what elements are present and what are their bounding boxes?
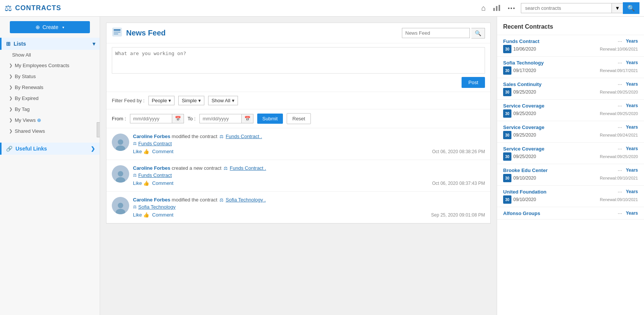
logo-area: ⚖ CONTRACTS — [5, 3, 480, 13]
from-date-input[interactable] — [130, 114, 172, 123]
rc-right: ··· Years — [616, 103, 638, 109]
sidebar-item-by-expired[interactable]: ❯ By Expired — [0, 93, 100, 104]
news-feed-search-input[interactable] — [402, 28, 470, 38]
recent-contracts-title: Recent Contracts — [497, 20, 644, 35]
like-label: Like — [133, 212, 142, 218]
feed-contract-main-link[interactable]: Funds Contract . — [230, 165, 266, 171]
like-button[interactable]: Like 👍 — [133, 212, 149, 218]
to-calendar-button[interactable]: 📅 — [241, 114, 253, 123]
sidebar-item-my-views[interactable]: ❯ My Views ⊕ — [0, 115, 100, 126]
submit-filter-button[interactable]: Submit — [257, 114, 283, 124]
home-button[interactable]: ⌂ — [480, 2, 487, 14]
svg-point-11 — [118, 203, 123, 208]
rc-more-button[interactable]: ··· — [618, 189, 622, 195]
feed-contract-main-link[interactable]: Funds Contract . — [226, 134, 262, 139]
rc-name[interactable]: United Foundation — [503, 189, 547, 195]
rc-more-button[interactable]: ··· — [618, 167, 622, 173]
rc-name[interactable]: Sales Continuity — [503, 81, 542, 87]
rc-date: 09/25/2020 — [513, 132, 536, 138]
comment-button[interactable]: Comment — [152, 180, 173, 186]
search-area: ▼ 🔍 — [521, 2, 639, 14]
rc-right: ··· Years — [616, 124, 638, 130]
feed-item: Caroline Forbes modified the contract ⚖ … — [107, 192, 490, 223]
feed-user-name[interactable]: Caroline Forbes — [133, 197, 170, 203]
rc-date-row: 30 09/17/2020 Renewal:09/17/2021 — [503, 66, 638, 75]
rc-calendar-icon: 30 — [503, 195, 511, 204]
app-title: CONTRACTS — [15, 4, 61, 12]
to-date-input[interactable] — [200, 114, 241, 123]
feed-contract-sub-link[interactable]: Sofia Technology — [138, 204, 176, 210]
news-feed-search-button[interactable]: 🔍 — [471, 28, 485, 38]
add-view-icon[interactable]: ⊕ — [37, 117, 41, 123]
feed-contract-sub-link[interactable]: Funds Contract — [138, 141, 172, 146]
rc-header: Alfonso Groups ··· Years — [503, 210, 638, 216]
rc-more-button[interactable]: ··· — [618, 210, 622, 216]
show-all-item[interactable]: Show All — [0, 50, 100, 60]
rc-more-button[interactable]: ··· — [618, 146, 622, 152]
contract-sub-icon: ⚖ — [133, 141, 137, 146]
sidebar-collapse-button[interactable]: ‹ — [97, 122, 100, 137]
rc-more-button[interactable]: ··· — [618, 103, 622, 109]
simple-filter-dropdown[interactable]: Simple ▾ — [178, 96, 204, 105]
post-textarea[interactable] — [112, 47, 485, 74]
feed-action-buttons: Like 👍 Comment — [133, 212, 173, 218]
post-button[interactable]: Post — [462, 77, 485, 88]
rc-date-row: 30 09/10/2020 Renewal:09/10/2021 — [503, 195, 638, 204]
sidebar-item-label: My Employees Contracts — [15, 63, 69, 68]
arrow-icon: ❯ — [9, 118, 12, 123]
rc-name[interactable]: Sofia Technology — [503, 60, 544, 66]
feed-actions: Like 👍 Comment Oct 06, 2020 08:37:43 PM — [133, 180, 485, 186]
comment-button[interactable]: Comment — [152, 149, 173, 154]
search-submit-button[interactable]: 🔍 — [623, 2, 639, 14]
comment-label: Comment — [152, 212, 173, 218]
rc-right: ··· Years — [616, 189, 638, 195]
svg-rect-0 — [493, 8, 495, 11]
rc-more-button[interactable]: ··· — [618, 81, 622, 87]
feed-contract-main-link[interactable]: Sofia Technology . — [226, 197, 266, 203]
sidebar-item-label: By Expired — [15, 95, 39, 101]
feed-user-name[interactable]: Caroline Forbes — [133, 165, 170, 171]
like-button[interactable]: Like 👍 — [133, 149, 149, 154]
like-button[interactable]: Like 👍 — [133, 180, 149, 186]
lists-section-header[interactable]: ⊞ Lists ▾ — [0, 38, 100, 50]
rc-name[interactable]: Funds Contract — [503, 38, 539, 44]
comment-button[interactable]: Comment — [152, 212, 173, 218]
sidebar-item-by-renewals[interactable]: ❯ By Renewals — [0, 82, 100, 93]
feed-item: Caroline Forbes created a new contract ⚖… — [107, 160, 490, 192]
people-filter-dropdown[interactable]: People ▾ — [148, 96, 175, 105]
layout: ⊕ Create ▾ ⊞ Lists ▾ Show All ❯ My Emplo… — [0, 17, 644, 315]
create-button[interactable]: ⊕ Create ▾ — [10, 21, 90, 33]
rc-renewal: Renewal:09/25/2020 — [600, 154, 638, 159]
search-dropdown-button[interactable]: ▼ — [612, 3, 623, 13]
rc-type: Years — [626, 103, 638, 108]
rc-right: ··· Years — [616, 60, 638, 66]
sidebar-item-shared-views[interactable]: ❯ Shared Views — [0, 126, 100, 137]
sidebar-item-by-status[interactable]: ❯ By Status — [0, 71, 100, 82]
from-calendar-button[interactable]: 📅 — [172, 114, 184, 123]
rc-name[interactable]: Service Coverage — [503, 146, 544, 152]
charts-button[interactable] — [491, 2, 502, 15]
rc-renewal: Renewal:09/25/2020 — [600, 90, 638, 94]
sidebar-item-label: Shared Views — [15, 128, 45, 134]
feed-contract-sub-link[interactable]: Funds Contract — [138, 172, 172, 178]
feed-timestamp: Oct 06, 2020 08:37:43 PM — [432, 181, 485, 186]
reset-filter-button[interactable]: Reset — [287, 113, 311, 124]
sidebar-item-my-employees-contracts[interactable]: ❯ My Employees Contracts — [0, 60, 100, 71]
search-input[interactable] — [521, 3, 612, 13]
rc-more-button[interactable]: ··· — [618, 38, 622, 44]
useful-links-header[interactable]: 🔗 Useful Links ❯ — [0, 143, 100, 155]
more-button[interactable]: ••• — [506, 4, 517, 13]
rc-name[interactable]: Brooke Edu Center — [503, 167, 548, 173]
svg-rect-1 — [496, 6, 497, 11]
rc-name[interactable]: Alfonso Groups — [503, 211, 540, 216]
rc-more-button[interactable]: ··· — [618, 124, 622, 130]
rc-more-button[interactable]: ··· — [618, 60, 622, 66]
feed-user-name[interactable]: Caroline Forbes — [133, 134, 170, 139]
recent-contract-item: Service Coverage ··· Years 30 09/25/2020… — [497, 100, 644, 121]
sidebar-item-by-tag[interactable]: ❯ By Tag — [0, 104, 100, 115]
rc-name[interactable]: Service Coverage — [503, 103, 544, 109]
rc-header: Sofia Technology ··· Years — [503, 60, 638, 66]
rc-name[interactable]: Service Coverage — [503, 124, 544, 130]
post-area: Post — [107, 43, 490, 92]
show-all-filter-dropdown[interactable]: Show All ▾ — [208, 96, 238, 105]
